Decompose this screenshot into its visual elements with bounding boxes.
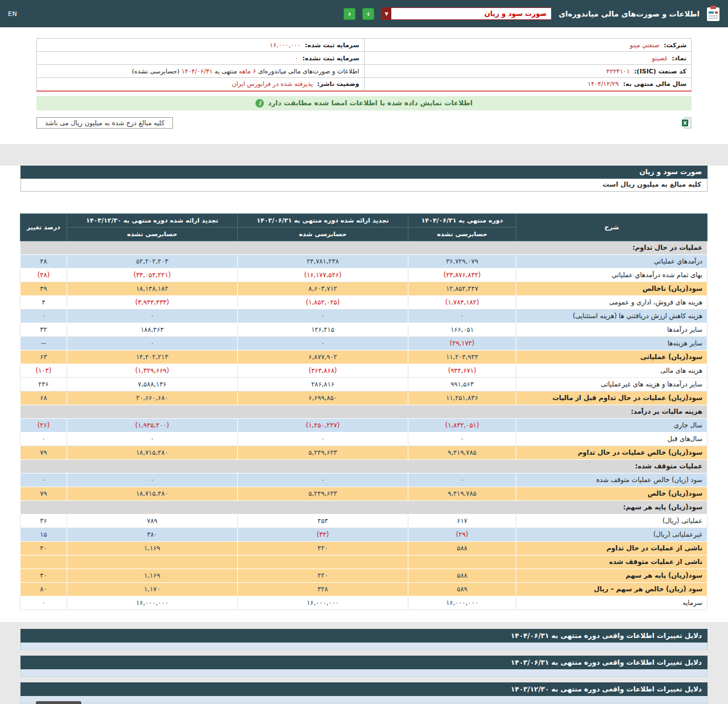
column-header-period-3: تجدید ارائه شده دوره منتهی به ۱۴۰۳/۱۲/۳۰	[67, 213, 238, 227]
nav-back-button[interactable]: ‹	[344, 8, 355, 20]
row-label: سال‌های قبل	[516, 432, 708, 446]
row-label: سود (زیان) خالص هر سهم – ریال	[516, 582, 708, 596]
footnote-header[interactable]: دلایل تغییرات اطلاعات واقعی دوره منتهی ب…	[20, 629, 708, 643]
row-value-period-1: ۹۹۱,۵۶۳	[408, 377, 516, 391]
table-row: درآمدهاي عملياتي۳۶,۷۲۹,۰۷۹۲۴,۷۸۱,۲۳۸۵۲,۲…	[20, 254, 708, 268]
row-value-period-3: ۷,۵۸۸,۱۳۶	[67, 377, 238, 391]
statement-section: صورت سود و زیان کلیه مبالغ به میلیون ریا…	[20, 166, 708, 610]
table-row: هزینه کاهش ارزش دریافتني ها (هزینه استثن…	[20, 309, 708, 323]
table-row: بهای تمام شده درآمدهاي عملياتي(۲۳,۸۷۶,۸۳…	[20, 268, 708, 282]
topbar: اطلاعات و صورت‌های مالی میاندوره‌ای صورت…	[0, 0, 728, 27]
statement-table-head: شرح دوره منتهی به ۱۴۰۴/۰۶/۳۱ تجدید ارائه…	[20, 213, 708, 241]
report-type-select[interactable]: صورت سود و زیان ▼	[381, 7, 552, 20]
info-row: نماد: غصينو سرمایه ثبت نشده: ۰	[37, 52, 692, 65]
chevron-down-icon: ▼	[382, 8, 391, 19]
row-value-period-1: ۵۸۸	[408, 541, 516, 555]
unregistered-capital-label: سرمایه ثبت نشده:	[303, 55, 359, 62]
row-value-period-3: ۱۴,۴۰۲,۲۱۳	[67, 350, 238, 364]
row-percent-change: ۴	[20, 295, 67, 309]
period-months: ۶ ماهه	[239, 68, 256, 75]
row-value-period-1: ۹,۴۱۹,۷۸۵	[408, 446, 516, 459]
period-audit: (حسابرسی نشده)	[132, 68, 181, 75]
row-value-period-2: (۱,۴۵۰,۲۲۷)	[238, 418, 408, 432]
row-value-period-2: (۱,۸۵۲,۰۲۵)	[238, 295, 408, 309]
company-info-section: شرکت: صنعتي مينو سرمایه ثبت شده: ۱۶,۰۰۰,…	[36, 38, 692, 92]
row-label: ناشی از عملیات در حال تداوم	[516, 541, 708, 555]
row-value-period-1: (۲۳,۸۷۶,۸۳۲)	[408, 268, 516, 282]
table-row: سایر هزینه‌ها(۲۹,۱۷۲)۰۰--	[20, 336, 708, 350]
row-label: سایر هزینه‌ها	[516, 336, 708, 350]
row-value-period-3: ۱۸,۷۱۵,۴۸۰	[67, 446, 238, 459]
period-text: اطلاعات و صورت‌های مالی میاندوره‌ای	[256, 68, 359, 75]
exit-button[interactable]: خروج	[36, 701, 81, 704]
footnote-strip	[20, 669, 708, 677]
row-value-period-3: ۰	[67, 336, 238, 350]
registered-capital-label: سرمایه ثبت شده:	[305, 42, 359, 49]
row-value-period-1: ۵۸۹	[408, 582, 516, 596]
row-value-period-1: (۲۹,۱۷۲)	[408, 336, 516, 350]
row-percent-change: ۱۵	[20, 528, 67, 541]
row-value-period-2: ۴۲۰	[238, 569, 408, 582]
fiscal-year-value: ۱۴۰۴/۱۲/۲۹	[588, 80, 619, 88]
row-value-period-3	[67, 555, 238, 569]
row-label: غیرعملیاتی (ریال)	[516, 528, 708, 541]
row-value-period-3: ۱,۱۷۰	[67, 582, 238, 596]
info-row: سال مالی منتهی به: ۱۴۰۴/۱۲/۲۹ وضعیت ناشر…	[37, 78, 692, 91]
table-row: سود (زیان) خالص عملیات متوقف شده۰۰۰۰	[20, 473, 708, 487]
unregistered-capital-value: ۰	[295, 55, 298, 62]
company-cell: شرکت: صنعتي مينو	[364, 39, 692, 52]
row-value-period-3: (۳,۹۳۴,۴۳۳)	[67, 295, 238, 309]
footnote-header[interactable]: دلایل تغییرات اطلاعات واقعی دوره منتهی ب…	[20, 656, 708, 669]
column-header-audit-3: حسابرسی نشده	[67, 227, 238, 241]
row-value-period-2: (۱۶,۱۷۷,۵۲۶)	[238, 268, 408, 282]
column-header-description: شرح	[516, 213, 708, 241]
language-toggle[interactable]: EN	[8, 10, 17, 18]
row-value-period-1: ۶۱۷	[408, 514, 516, 528]
row-percent-change: ۷۹	[20, 487, 67, 500]
footnote-header[interactable]: دلایل تغییرات اطلاعات واقعی دوره منتهی ب…	[20, 682, 708, 696]
row-label: سود(زیان) خالص عملیات در حال تداوم	[516, 446, 708, 459]
row-value-period-3: ۷۸۹	[67, 514, 238, 528]
nav-forward-button[interactable]: ›	[362, 8, 374, 20]
row-value-period-2: ۰	[238, 309, 408, 323]
section-label: سود(زیان) پایه هر سهم:	[20, 500, 708, 514]
fiscal-year-cell: سال مالی منتهی به: ۱۴۰۴/۱۲/۲۹	[364, 78, 692, 91]
table-row: سال جاری(۱,۸۳۲,۰۵۱)(۱,۴۵۰,۲۲۷)(۱,۹۴۵,۲۰۰…	[20, 418, 708, 432]
publisher-status-label: وضعیت ناشر:	[317, 80, 359, 88]
footnote-section: دلایل تغییرات اطلاعات واقعی دوره منتهی ب…	[20, 682, 708, 703]
row-value-period-2: ۰	[238, 432, 408, 446]
row-value-period-2: ۸,۶۰۳,۷۱۲	[238, 282, 408, 295]
row-value-period-1: ۹,۴۱۹,۷۸۵	[408, 487, 516, 500]
isic-value: ۴۲۲۴۱۰۱	[606, 68, 630, 75]
table-row: سود(زیان) ناخالص۱۲,۸۵۲,۲۴۷۸,۶۰۳,۷۱۲۱۸,۱۴…	[20, 282, 708, 295]
tools-row: کلیه مبالغ درج شده به میلیون ریال می باش…	[36, 117, 692, 129]
row-value-period-3: ۱۸۸,۴۶۴	[67, 323, 238, 336]
statement-table-body: عملیات در حال تداوم:درآمدهاي عملياتي۳۶,۷…	[20, 241, 708, 610]
period-text: منتهی به	[213, 68, 239, 75]
row-value-period-2: ۴۵۴	[238, 514, 408, 528]
row-percent-change: --	[20, 336, 67, 350]
footnote-section: دلایل تغییرات اطلاعات واقعی دوره منتهی ب…	[20, 629, 708, 650]
row-percent-change: ۴۰	[20, 569, 67, 582]
excel-export-button[interactable]	[682, 117, 692, 129]
registered-capital-cell: سرمایه ثبت شده: ۱۶,۰۰۰,۰۰۰	[37, 39, 365, 52]
row-percent-change: ۷۹	[20, 446, 67, 459]
row-label: سود(زیان) خالص	[516, 487, 708, 500]
row-value-period-3: ۱۶,۰۰۰,۰۰۰	[67, 596, 238, 610]
exit-row: خروج	[20, 701, 708, 704]
table-row: سود(زیان) عملیاتی۱۱,۲۰۴,۹۴۴۶,۸۷۷,۹۰۲۱۴,۴…	[20, 350, 708, 364]
info-row: شرکت: صنعتي مينو سرمایه ثبت شده: ۱۶,۰۰۰,…	[37, 39, 692, 52]
row-label: سود(زیان) عملیات در حال تداوم قبل از مال…	[516, 391, 708, 405]
row-value-period-1: ۰	[408, 432, 516, 446]
row-value-period-1: (۱,۸۳۲,۰۵۱)	[408, 418, 516, 432]
row-value-period-3: ۰	[67, 432, 238, 446]
section-row: سود(زیان) پایه هر سهم:	[20, 500, 708, 514]
row-label: سود(زیان) پایه هر سهم	[516, 569, 708, 582]
table-row: سود(زیان) پایه هر سهم۵۸۸۴۲۰۱,۱۶۹۴۰	[20, 569, 708, 582]
symbol-label: نماد:	[672, 55, 686, 62]
section-row: عملیات در حال تداوم:	[20, 241, 708, 254]
row-value-period-1: ۱۱,۲۵۱,۸۳۶	[408, 391, 516, 405]
section-label: عملیات متوقف شده:	[20, 459, 708, 473]
row-value-period-2: ۴۲۰	[238, 541, 408, 555]
row-label: عملیاتی (ریال)	[516, 514, 708, 528]
